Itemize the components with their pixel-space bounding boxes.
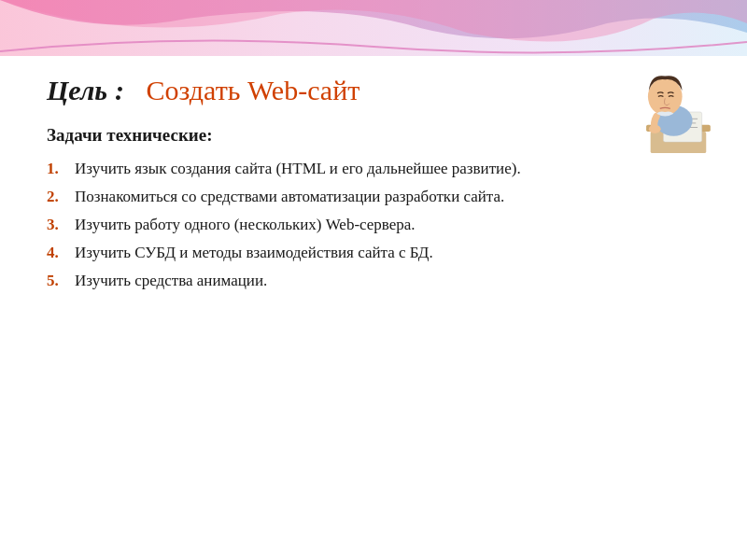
- list-item: Изучить работу одного (нескольких) Web-с…: [47, 216, 700, 234]
- main-content: Цель: Создать Web-сайт Задачи технически…: [0, 56, 747, 560]
- list-item-text: Изучить работу одного (нескольких) Web-с…: [75, 216, 700, 234]
- list-item: Изучить СУБД и методы взаимодействия сай…: [47, 244, 700, 262]
- wave-header: [0, 0, 747, 56]
- title-bold-part: Цель: [47, 75, 107, 106]
- list-item: Изучить язык создания сайта (HTML и его …: [47, 160, 700, 178]
- list-item-text: Изучить язык создания сайта (HTML и его …: [75, 160, 700, 178]
- list-item-text: Познакомиться со средствами автоматизаци…: [75, 188, 700, 206]
- title-section: Цель: Создать Web-сайт: [47, 75, 700, 106]
- list-item-text: Изучить СУБД и методы взаимодействия сай…: [75, 244, 700, 262]
- title-colored-part: Создать Web-сайт: [147, 75, 360, 106]
- list-item-text: Изучить средства анимации.: [75, 272, 700, 290]
- task-list-section: Изучить язык создания сайта (HTML и его …: [47, 160, 700, 290]
- page-title: Цель: Создать Web-сайт: [47, 75, 700, 106]
- list-item: Изучить средства анимации.: [47, 272, 700, 290]
- subtitle: Задачи технические:: [47, 125, 700, 146]
- task-list: Изучить язык создания сайта (HTML и его …: [47, 160, 700, 290]
- list-item: Познакомиться со средствами автоматизаци…: [47, 188, 700, 206]
- title-separator: :: [115, 75, 124, 106]
